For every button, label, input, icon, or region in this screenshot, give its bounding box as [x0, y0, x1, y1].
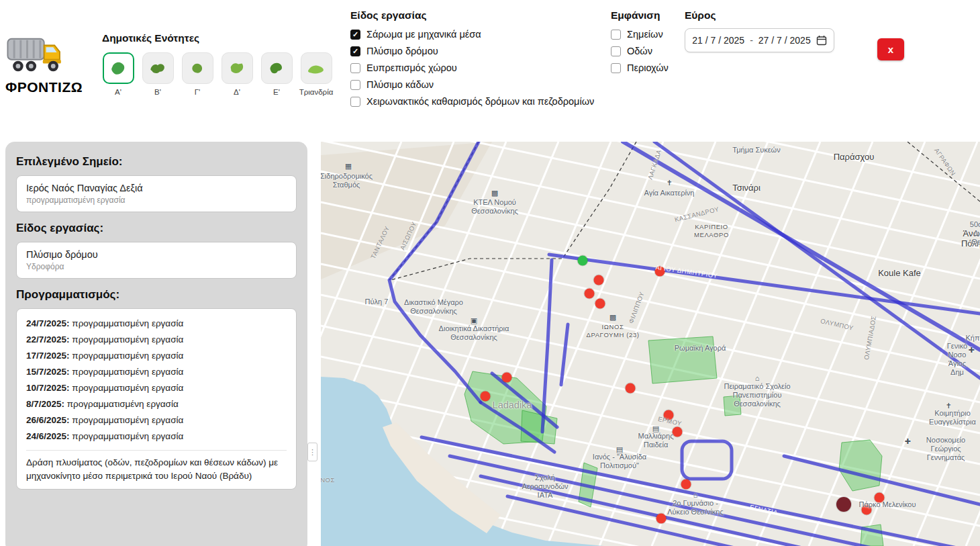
work-point-marker-red[interactable] — [875, 493, 885, 503]
date-range-title: Εύρος — [685, 9, 834, 21]
work-route-line[interactable] — [542, 260, 552, 432]
date-range-section: Εύρος 21 / 7 / 2025 - 27 / 7 / 2025 — [685, 9, 834, 52]
work-route-line[interactable] — [682, 441, 732, 479]
schedule-entry: 24/7/2025: προγραμματισμένη εργασία — [26, 316, 287, 332]
work-point-marker-red[interactable] — [656, 514, 667, 524]
work-point-marker-red[interactable] — [673, 427, 683, 437]
checkbox-checked[interactable] — [350, 30, 360, 40]
work-type-option-label: Ευπρεπισμός χώρου — [366, 62, 457, 73]
selected-point-title: Επιλεγμένο Σημείο: — [16, 155, 297, 169]
district-shape-icon — [103, 52, 134, 84]
train-poi-icon: ▦ — [345, 162, 352, 171]
checkbox-unchecked[interactable] — [611, 30, 621, 40]
work-type-option-label: Πλύσιμο κάδων — [366, 79, 434, 90]
work-area-polygon[interactable] — [839, 440, 882, 491]
book-poi-icon: ▤ — [652, 424, 659, 433]
work-type-options: Σάρωμα με μηχανικά μέσαΠλύσιμο δρόμουΕυπ… — [350, 29, 594, 107]
sidebar-resize-handle[interactable]: ⋮ — [307, 443, 317, 461]
app-title: ΦΡΟΝΤΙΖΩ — [5, 79, 93, 95]
work-area-polygon[interactable] — [648, 336, 717, 383]
hospital-poi-icon: ✚ — [904, 437, 910, 446]
date-to-value[interactable]: 27 / 7 / 2025 — [758, 35, 811, 46]
display-option-3[interactable]: Περιοχών — [611, 62, 669, 73]
work-point-marker-red[interactable] — [626, 383, 636, 394]
district-shape-icon — [182, 52, 213, 84]
schedule-card: 24/7/2025: προγραμματισμένη εργασία22/7/… — [16, 308, 297, 490]
close-button[interactable]: x — [877, 38, 904, 60]
work-point-marker-red[interactable] — [862, 505, 872, 515]
work-type-title: Είδος εργασίας — [350, 9, 594, 21]
checkbox-unchecked[interactable] — [611, 63, 621, 73]
display-option-2[interactable]: Οδών — [611, 46, 669, 56]
district-button-2[interactable]: Β' — [142, 52, 174, 96]
schedule-entry: 10/7/2025: προγραμματισμένη εργασία — [26, 380, 287, 396]
district-label: Δ' — [234, 88, 240, 96]
calendar-icon — [816, 35, 827, 46]
work-type-option-3[interactable]: Ευπρεπισμός χώρου — [350, 62, 594, 73]
work-type-section: Είδος εργασίας Σάρωμα με μηχανικά μέσαΠλ… — [350, 9, 594, 107]
garbage-truck-icon — [5, 34, 70, 75]
work-type-subtitle: Υδροφόρα — [26, 262, 287, 271]
checkbox-unchecked[interactable] — [350, 80, 360, 90]
schedule-list: 24/7/2025: προγραμματισμένη εργασία22/7/… — [26, 316, 287, 445]
app-logo: ΦΡΟΝΤΙΖΩ — [5, 34, 93, 95]
districts-section: Δημοτικές Ενότητες Α'Β'Γ'Δ'Ε'Τριανδρία — [102, 32, 332, 96]
display-title: Εμφάνιση — [611, 9, 669, 21]
cemetery-poi-icon: ✝ — [945, 402, 951, 410]
top-toolbar: ΦΡΟΝΤΙΖΩ Δημοτικές Ενότητες Α'Β'Γ'Δ'Ε'Τρ… — [0, 0, 980, 142]
work-point-marker-red[interactable] — [585, 289, 595, 299]
checkbox-unchecked[interactable] — [350, 97, 360, 107]
district-button-3[interactable]: Γ' — [181, 52, 213, 96]
work-area-polygon[interactable] — [724, 396, 741, 416]
work-point-marker-red[interactable] — [681, 480, 691, 490]
checkbox-checked[interactable] — [350, 46, 360, 56]
date-range-control[interactable]: 21 / 7 / 2025 - 27 / 7 / 2025 — [685, 28, 834, 52]
bank-poi-icon: ▣ — [471, 316, 477, 325]
districts-row: Α'Β'Γ'Δ'Ε'Τριανδρία — [102, 52, 332, 96]
work-point-marker-red[interactable] — [502, 373, 512, 383]
school-poi-icon: ⌂ — [693, 491, 698, 499]
church-poi-icon: ✝ — [666, 179, 672, 187]
date-range-separator: - — [750, 35, 753, 46]
work-type-option-1[interactable]: Σάρωμα με μηχανικά μέσα — [350, 29, 594, 40]
work-point-marker-red[interactable] — [655, 267, 665, 277]
display-option-1[interactable]: Σημείων — [611, 29, 669, 40]
district-shape-icon — [222, 52, 253, 84]
work-point-marker-green[interactable] — [578, 256, 588, 266]
selected-point-name: Ιερός Ναός Παναγίας Δεξιά — [26, 183, 287, 193]
schedule-title: Προγραμματισμός: — [16, 288, 297, 302]
work-area-polygon[interactable] — [521, 410, 557, 444]
district-shape-icon — [142, 52, 174, 84]
district-label: Γ' — [195, 88, 201, 96]
work-point-marker-red[interactable] — [594, 275, 604, 285]
district-label: Β' — [154, 88, 161, 96]
district-button-6[interactable]: Τριανδρία — [300, 52, 332, 96]
work-type-option-2[interactable]: Πλύσιμο δρόμου — [350, 46, 594, 56]
schedule-entry: 8/7/2025: προγραμματισμένη εργασία — [26, 396, 287, 412]
date-from-value[interactable]: 21 / 7 / 2025 — [692, 35, 744, 46]
checkbox-unchecked[interactable] — [350, 63, 360, 73]
work-point-marker-red[interactable] — [664, 410, 674, 420]
checkbox-unchecked[interactable] — [611, 46, 621, 56]
work-type-option-label: Πλύσιμο δρόμου — [366, 46, 438, 56]
work-point-marker-red[interactable] — [595, 299, 605, 309]
map-layers — [321, 142, 980, 546]
district-button-4[interactable]: Δ' — [221, 52, 253, 96]
map-canvas[interactable]: ▦▩✝▩▣▤▤⌂✚✚✝⌂ Σιδηροδρομικός ΣταθμόςΚΤΕΛ … — [321, 142, 980, 546]
bus-poi-icon: ▩ — [609, 313, 616, 322]
display-option-label: Σημείων — [627, 29, 663, 40]
work-type-detail-title: Είδος εργασίας: — [16, 222, 297, 235]
work-point-marker-dark[interactable] — [836, 497, 851, 512]
display-option-label: Περιοχών — [627, 62, 669, 73]
district-shape-icon — [301, 52, 332, 84]
districts-title: Δημοτικές Ενότητες — [102, 32, 332, 44]
district-button-5[interactable]: Ε' — [260, 52, 293, 96]
bus-poi-icon: ▩ — [491, 189, 498, 197]
work-type-option-5[interactable]: Χειρωνακτικός καθαρισμός δρόμων και πεζο… — [350, 96, 594, 107]
work-route-line[interactable] — [561, 324, 568, 385]
work-type-option-4[interactable]: Πλύσιμο κάδων — [350, 79, 594, 90]
work-point-marker-red[interactable] — [481, 392, 491, 402]
selected-point-card: Ιερός Ναός Παναγίας Δεξιά προγραμματισμέ… — [16, 175, 297, 212]
district-button-1[interactable]: Α' — [102, 52, 134, 96]
schedule-entry: 15/7/2025: προγραμματισμένη εργασία — [26, 364, 287, 380]
